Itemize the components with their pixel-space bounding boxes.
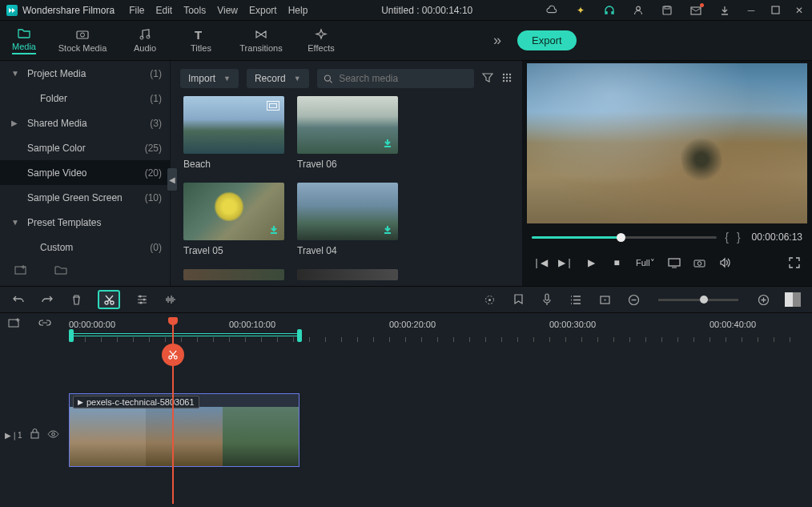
cut-icon[interactable] bbox=[98, 290, 120, 309]
prev-frame-icon[interactable]: ❘◀ bbox=[533, 257, 546, 268]
preview-buttons: ❘◀ ▶❘ ▶ ■ Full ˅ bbox=[522, 251, 812, 275]
mic-icon[interactable] bbox=[540, 292, 554, 307]
mail-icon[interactable] bbox=[690, 5, 701, 16]
crop-icon[interactable] bbox=[597, 292, 612, 307]
svg-point-6 bbox=[81, 33, 85, 37]
sequence-toggle-icon[interactable] bbox=[785, 292, 801, 307]
text-icon: T bbox=[195, 28, 207, 41]
fullscreen-icon[interactable] bbox=[788, 257, 801, 268]
undo-icon[interactable] bbox=[11, 292, 26, 307]
export-button[interactable]: Export bbox=[517, 30, 577, 50]
user-icon[interactable] bbox=[633, 5, 644, 16]
new-folder-icon[interactable] bbox=[14, 264, 27, 278]
snapshot-icon[interactable] bbox=[693, 258, 706, 268]
sidebar-custom[interactable]: Custom (0) bbox=[0, 235, 170, 260]
quality-dropdown[interactable]: Full ˅ bbox=[636, 258, 655, 268]
link-icon[interactable] bbox=[38, 317, 51, 331]
sidebar-sample-green[interactable]: Sample Green Screen (10) bbox=[0, 185, 170, 210]
thumbnail-partial[interactable] bbox=[183, 269, 284, 280]
sidebar-sample-color[interactable]: Sample Color (25) bbox=[0, 135, 170, 160]
redo-icon[interactable] bbox=[40, 292, 54, 307]
menu-export[interactable]: Export bbox=[249, 5, 277, 16]
collapse-sidebar-icon[interactable]: ◀ bbox=[167, 168, 177, 191]
next-frame-icon[interactable]: ▶❘ bbox=[559, 257, 572, 268]
menu-edit[interactable]: Edit bbox=[156, 5, 173, 16]
folder-icon[interactable] bbox=[54, 264, 67, 278]
filter-icon[interactable] bbox=[482, 72, 493, 86]
sidebar-preset-templates[interactable]: ▼ Preset Templates bbox=[0, 210, 170, 235]
window-minimize[interactable]: ─ bbox=[745, 4, 758, 17]
display-icon[interactable] bbox=[668, 258, 681, 268]
app-name: Wondershare Filmora bbox=[22, 5, 115, 16]
svg-rect-2 bbox=[665, 6, 669, 9]
thumbnail-partial[interactable] bbox=[297, 269, 398, 280]
track-lock-icon[interactable] bbox=[30, 429, 39, 441]
target-icon[interactable] bbox=[482, 292, 496, 307]
edit-toolbar bbox=[0, 286, 812, 313]
track-video-icon[interactable]: ▶❘1 bbox=[5, 431, 22, 440]
sidebar-sample-video[interactable]: Sample Video (20) bbox=[0, 160, 170, 185]
thumbnail-travel05[interactable]: Travel 05 bbox=[183, 183, 284, 256]
cloud-icon[interactable] bbox=[546, 5, 557, 16]
main-panel: ▼ Project Media (1) Folder (1) ▶ Shared … bbox=[0, 61, 812, 286]
list-icon[interactable] bbox=[569, 292, 583, 307]
delete-icon[interactable] bbox=[69, 292, 83, 307]
search-icon bbox=[324, 74, 333, 84]
thumbnail-travel04[interactable]: Travel 04 bbox=[297, 183, 398, 256]
track-visibility-icon[interactable] bbox=[47, 429, 59, 441]
sidebar-folder[interactable]: Folder (1) bbox=[0, 86, 170, 111]
preview-panel: { } 00:00:06:13 ❘◀ ▶❘ ▶ ■ Full ˅ bbox=[522, 61, 812, 286]
more-tabs-icon[interactable]: » bbox=[493, 32, 501, 49]
tab-effects[interactable]: Effects bbox=[293, 21, 349, 61]
svg-point-16 bbox=[509, 76, 511, 78]
sidebar-shared-media[interactable]: ▶ Shared Media (3) bbox=[0, 111, 170, 135]
tab-audio[interactable]: Audio bbox=[117, 21, 173, 61]
menu-file[interactable]: File bbox=[129, 5, 144, 16]
mark-in-icon[interactable]: { bbox=[725, 231, 729, 243]
thumbnails-grid: Beach Travel 06 Travel 05 Travel 04 bbox=[171, 96, 522, 280]
sliders-icon[interactable] bbox=[135, 292, 149, 307]
window-close[interactable]: ✕ bbox=[793, 4, 806, 17]
volume-icon[interactable] bbox=[719, 257, 732, 268]
menu-view[interactable]: View bbox=[217, 5, 238, 16]
chevron-down-icon: ▼ bbox=[294, 74, 301, 82]
svg-point-18 bbox=[506, 79, 508, 81]
play-icon[interactable]: ▶ bbox=[585, 257, 597, 268]
menu-tools[interactable]: Tools bbox=[183, 5, 206, 16]
timeline-playhead[interactable] bbox=[172, 320, 174, 504]
timeline-panel: 00:00:00:00 00:00:10:00 00:00:20:00 00:0… bbox=[0, 313, 812, 507]
download-icon[interactable] bbox=[719, 5, 730, 16]
marker-icon[interactable] bbox=[511, 292, 525, 307]
stop-icon[interactable]: ■ bbox=[610, 257, 623, 268]
thumbnail-beach[interactable]: Beach bbox=[183, 96, 284, 170]
mark-out-icon[interactable]: } bbox=[737, 231, 741, 243]
timeline-in-out-range[interactable] bbox=[69, 333, 299, 336]
import-dropdown[interactable]: Import▼ bbox=[180, 69, 239, 88]
svg-point-13 bbox=[509, 73, 511, 74]
thumbnail-travel06[interactable]: Travel 06 bbox=[297, 96, 398, 170]
tab-transitions[interactable]: Transitions bbox=[229, 21, 293, 61]
search-box[interactable] bbox=[317, 69, 474, 88]
tab-stock-media[interactable]: Stock Media bbox=[48, 21, 117, 61]
svg-point-29 bbox=[143, 299, 145, 301]
svg-rect-22 bbox=[384, 232, 391, 234]
sidebar-project-media[interactable]: ▼ Project Media (1) bbox=[0, 61, 170, 86]
record-dropdown[interactable]: Record▼ bbox=[247, 69, 309, 88]
grid-view-icon[interactable] bbox=[501, 72, 513, 86]
search-input[interactable] bbox=[339, 73, 468, 84]
window-maximize[interactable] bbox=[769, 4, 782, 17]
preview-slider[interactable] bbox=[532, 236, 717, 239]
lightbulb-icon[interactable]: ✦ bbox=[575, 5, 586, 16]
headphones-icon[interactable] bbox=[604, 5, 615, 16]
add-track-icon[interactable] bbox=[8, 317, 21, 331]
timeline-clip[interactable]: ▶pexels-c-technical-5803061 bbox=[69, 393, 299, 467]
save-icon[interactable] bbox=[661, 5, 673, 16]
zoom-slider[interactable] bbox=[658, 299, 738, 301]
audio-wave-icon[interactable] bbox=[163, 292, 178, 307]
preview-canvas[interactable] bbox=[527, 63, 807, 223]
tab-media[interactable]: Media bbox=[0, 21, 48, 61]
zoom-out-icon[interactable] bbox=[626, 292, 641, 307]
tab-titles[interactable]: T Titles bbox=[173, 21, 229, 61]
zoom-in-icon[interactable] bbox=[756, 292, 770, 307]
menu-help[interactable]: Help bbox=[288, 5, 308, 16]
